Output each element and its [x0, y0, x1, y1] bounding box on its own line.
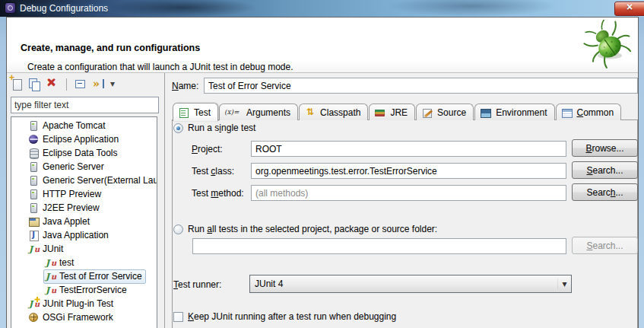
tree-item-junit[interactable]: JUnit	[11, 242, 157, 256]
tree-item-osgi-framework[interactable]: OSGi Framework	[11, 310, 157, 324]
tab-bar: Test Arguments Classpath JRE Source Envi…	[173, 102, 622, 120]
keep-junit-running-label: Keep JUnit running after a test run when…	[188, 311, 396, 322]
tab-test[interactable]: Test	[173, 103, 218, 121]
search-class-button[interactable]: Search...	[572, 161, 638, 179]
junit-icon	[45, 285, 56, 296]
tree-item-eclipse-application[interactable]: Eclipse Application	[11, 132, 157, 146]
test-runner-value: JUnit 4	[250, 279, 557, 289]
combo-dropdown-icon	[557, 279, 571, 289]
junit-plugin-icon	[28, 298, 40, 310]
tab-environment[interactable]: Environment	[474, 103, 554, 120]
panel-sash[interactable]	[164, 73, 165, 328]
run-all-tests-label: Run all tests in the selected project, p…	[188, 224, 437, 234]
server-icon	[28, 175, 40, 186]
tree-item-junit-plugin-test[interactable]: JUnit Plug-in Test	[11, 297, 157, 310]
tree-item-testerrorservice[interactable]: TestErrorService	[11, 283, 157, 297]
tab-label: Environment	[496, 107, 547, 118]
junit-bug-icon	[582, 20, 631, 68]
name-input[interactable]	[204, 78, 638, 94]
tree-item-test[interactable]: test	[11, 256, 157, 269]
java-application-icon	[28, 230, 40, 241]
launch-config-toolbar	[9, 77, 119, 92]
test-runner-label: Test runner:	[173, 279, 221, 290]
tree-item-http-preview[interactable]: HTTP Preview	[11, 187, 157, 201]
tree-item-generic-server[interactable]: Generic Server	[11, 160, 157, 174]
tab-label: Arguments	[246, 107, 290, 118]
server-icon	[28, 202, 40, 214]
test-class-label: Test class:	[192, 166, 234, 177]
tree-item-apache-tomcat[interactable]: Apache Tomcat	[11, 119, 157, 132]
radio-selected-icon	[173, 123, 183, 133]
tab-common[interactable]: Common	[556, 103, 622, 120]
titlebar[interactable]: Debug Configurations	[0, 0, 644, 17]
toolbar-separator	[66, 78, 67, 91]
tree-item-test-of-error-service[interactable]: Test of Error Service	[11, 269, 157, 283]
run-all-container-input[interactable]	[192, 238, 566, 254]
source-lookup-icon	[421, 107, 433, 118]
eclipse-icon	[28, 134, 40, 145]
common-table-icon	[561, 107, 573, 118]
tree-item-java-application[interactable]: Java Application	[11, 228, 157, 242]
tab-label: Classpath	[320, 107, 360, 118]
junit-icon	[28, 244, 40, 255]
new-launch-configuration-icon[interactable]	[9, 77, 24, 92]
server-icon	[28, 120, 40, 132]
test-runner-combo[interactable]: JUnit 4	[249, 275, 572, 293]
tab-jre[interactable]: JRE	[369, 103, 415, 120]
tab-classpath[interactable]: Classpath	[299, 103, 368, 120]
test-list-icon	[178, 107, 190, 118]
collapse-all-icon[interactable]	[73, 77, 88, 92]
tab-arguments[interactable]: Arguments	[219, 103, 298, 120]
server-icon	[28, 189, 40, 200]
duplicate-launch-configuration-icon[interactable]	[27, 77, 42, 92]
arguments-icon	[224, 107, 243, 118]
filter-launch-configurations-icon[interactable]	[91, 77, 106, 92]
server-icon	[28, 161, 40, 173]
tab-label: Source	[437, 107, 466, 118]
page-title: Create, manage, and run configurations	[21, 43, 200, 53]
keep-junit-running-checkbox[interactable]: Keep JUnit running after a test run when…	[173, 310, 396, 323]
radio-unselected-icon	[173, 225, 183, 234]
tab-label: Common	[577, 107, 614, 118]
tab-label: JRE	[390, 107, 408, 118]
close-button[interactable]	[614, 2, 644, 16]
junit-icon	[45, 257, 56, 269]
environment-icon	[480, 107, 492, 118]
tab-label: Test	[194, 107, 211, 118]
jre-library-icon	[374, 107, 386, 118]
search-method-button[interactable]: Search...	[572, 183, 638, 201]
project-label: Project:	[192, 144, 223, 154]
launch-config-tree: Apache Tomcat Eclipse Application Eclips…	[11, 116, 157, 328]
tree-item-generic-server-external[interactable]: Generic Server(External Lau	[11, 174, 157, 187]
debug-configurations-window: Debug Configurations Create, manage, and…	[0, 0, 644, 328]
junit-icon	[45, 271, 56, 282]
page-subtitle: Create a configuration that will launch …	[27, 62, 293, 72]
project-input[interactable]	[251, 141, 566, 157]
browse-button[interactable]: Browse...	[572, 139, 638, 157]
checkbox-unchecked-icon	[173, 312, 183, 322]
classpath-arrows-icon	[304, 107, 316, 118]
database-icon	[28, 148, 40, 159]
test-method-label: Test method:	[192, 188, 244, 199]
tree-item-j2ee-preview[interactable]: J2EE Preview	[11, 201, 157, 215]
search-folder-button[interactable]: Search...	[572, 237, 638, 254]
java-applet-icon	[28, 216, 40, 228]
test-method-input[interactable]	[251, 185, 566, 201]
debug-configurations-icon	[5, 3, 15, 13]
tab-source[interactable]: Source	[416, 103, 474, 120]
osgi-framework-icon	[28, 312, 40, 323]
run-all-tests-radio[interactable]: Run all tests in the selected project, p…	[173, 223, 437, 235]
run-single-test-radio[interactable]: Run a single test	[173, 122, 255, 134]
tree-item-java-applet[interactable]: Java Applet	[11, 215, 157, 228]
tree-item-eclipse-data-tools[interactable]: Eclipse Data Tools	[11, 146, 157, 160]
test-class-input[interactable]	[251, 163, 566, 179]
run-single-test-label: Run a single test	[188, 123, 255, 133]
toolbar-menu-chevron-icon[interactable]	[109, 77, 119, 92]
dialog-header: Create, manage, and run configurations C…	[7, 18, 638, 73]
delete-launch-configuration-icon[interactable]	[45, 77, 60, 92]
filter-input[interactable]	[11, 97, 159, 113]
name-label: Name:	[172, 81, 198, 91]
window-title: Debug Configurations	[20, 3, 108, 14]
